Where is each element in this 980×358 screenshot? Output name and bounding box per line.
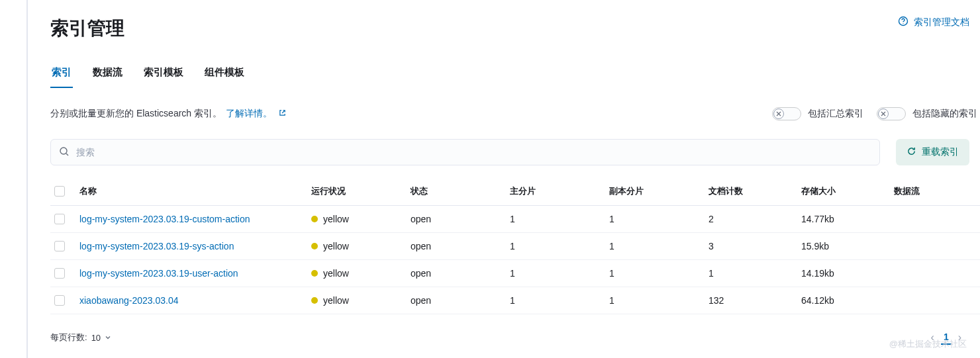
switch-knob-icon [773,109,784,119]
size-cell: 15.9kb [796,233,889,260]
health-cell: yellow [311,241,349,251]
stream-cell [889,206,980,233]
col-health[interactable]: 运行状况 [306,179,405,206]
primaries-cell: 1 [505,287,604,314]
left-edge [26,0,28,358]
svg-point-2 [60,148,67,154]
rows-per-page[interactable]: 每页行数: 10 [50,332,111,343]
col-status[interactable]: 状态 [405,179,505,206]
page-title: 索引管理 [50,16,124,41]
row-checkbox[interactable] [54,214,65,224]
status-cell: open [405,233,505,260]
toggle-hidden-label: 包括隐藏的索引 [912,108,977,120]
description: 分别或批量更新您的 Elasticsearch 索引。 了解详情。 [50,108,286,120]
health-cell: yellow [311,214,349,224]
health-dot-icon [311,270,318,277]
replicas-cell: 1 [604,233,703,260]
table-row: log-my-system-2023.03.19-user-actionyell… [50,260,980,287]
replicas-cell: 1 [604,287,703,314]
replicas-cell: 1 [604,260,703,287]
toggle-hidden[interactable]: 包括隐藏的索引 [877,107,977,120]
primaries-cell: 1 [505,260,604,287]
switch-hidden[interactable] [877,107,906,120]
rows-per-page-value: 10 [91,333,101,343]
col-replicas[interactable]: 副本分片 [604,179,703,206]
status-cell: open [405,287,505,314]
help-icon [898,16,908,28]
health-cell: yellow [311,295,349,306]
status-cell: open [405,260,505,287]
description-text: 分别或批量更新您的 Elasticsearch 索引。 [50,108,222,118]
status-cell: open [405,206,505,233]
row-checkbox[interactable] [54,241,65,251]
size-cell: 14.19kb [796,260,889,287]
index-name-link[interactable]: xiaobawang-2023.03.04 [79,295,178,306]
tab-indices[interactable]: 索引 [50,60,73,88]
toggle-rollup-label: 包括汇总索引 [808,108,863,120]
table-row: log-my-system-2023.03.19-sys-actionyello… [50,233,980,260]
replicas-cell: 1 [604,206,703,233]
stream-cell [889,233,980,260]
refresh-icon [906,146,916,158]
table-row: log-my-system-2023.03.19-custom-actionye… [50,206,980,233]
index-name-link[interactable]: log-my-system-2023.03.19-user-action [79,268,238,279]
primaries-cell: 1 [505,233,604,260]
switch-knob-icon [878,109,889,119]
search-box[interactable] [50,139,880,165]
size-cell: 64.12kb [796,287,889,314]
stream-cell [889,260,980,287]
reload-button[interactable]: 重载索引 [896,139,969,165]
search-icon [59,146,70,159]
health-cell: yellow [311,268,349,279]
rows-per-page-label: 每页行数: [50,332,87,343]
index-name-link[interactable]: log-my-system-2023.03.19-sys-action [79,241,234,251]
health-dot-icon [311,216,318,222]
docs-link-text: 索引管理文档 [914,17,969,28]
docs-cell: 1 [703,260,796,287]
size-cell: 14.77kb [796,206,889,233]
health-dot-icon [311,297,318,304]
col-docs[interactable]: 文档计数 [703,179,796,206]
switch-rollup[interactable] [772,107,801,120]
tabs: 索引 数据流 索引模板 组件模板 [50,60,980,89]
watermark: @稀土掘金技术社区 [889,338,967,350]
row-checkbox[interactable] [54,295,65,306]
external-link-icon [279,109,286,118]
col-stream[interactable]: 数据流 [889,179,980,206]
table-row: xiaobawang-2023.03.04yellowopen1113264.1… [50,287,980,314]
docs-cell: 2 [703,206,796,233]
toggle-rollup[interactable]: 包括汇总索引 [772,107,863,120]
primaries-cell: 1 [505,206,604,233]
stream-cell [889,287,980,314]
svg-point-1 [903,23,903,24]
row-checkbox[interactable] [54,268,65,279]
chevron-down-icon [105,333,111,343]
index-name-link[interactable]: log-my-system-2023.03.19-custom-action [79,214,250,224]
select-all-checkbox[interactable] [54,186,65,197]
search-input[interactable] [76,147,871,157]
tab-datastreams[interactable]: 数据流 [91,60,124,88]
docs-cell: 3 [703,233,796,260]
health-dot-icon [311,243,318,249]
col-size[interactable]: 存储大小 [796,179,889,206]
learn-more-link[interactable]: 了解详情。 [226,108,272,118]
tab-index-templates[interactable]: 索引模板 [142,60,185,88]
tab-component-templates[interactable]: 组件模板 [203,60,246,88]
col-name[interactable]: 名称 [74,179,306,206]
docs-link[interactable]: 索引管理文档 [898,16,969,28]
col-primaries[interactable]: 主分片 [505,179,604,206]
reload-button-label: 重载索引 [922,146,959,158]
indices-table: 名称 运行状况 状态 主分片 副本分片 文档计数 存储大小 数据流 log-my… [50,179,980,314]
docs-cell: 132 [703,287,796,314]
